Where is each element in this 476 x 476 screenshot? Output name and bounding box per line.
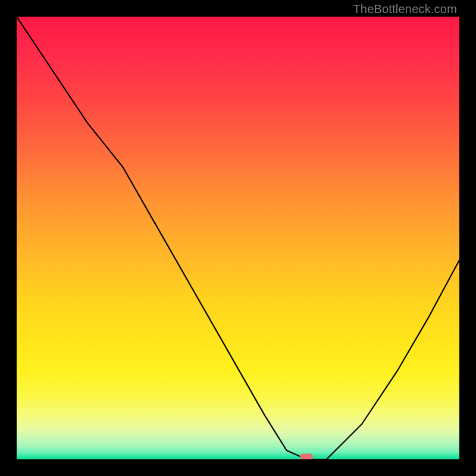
watermark-text: TheBottleneck.com [353,2,457,16]
chart-frame: TheBottleneck.com [0,0,476,476]
bottleneck-curve [17,17,459,459]
optimal-marker [300,453,313,459]
curve-path [17,17,459,459]
plot-area [17,17,459,459]
